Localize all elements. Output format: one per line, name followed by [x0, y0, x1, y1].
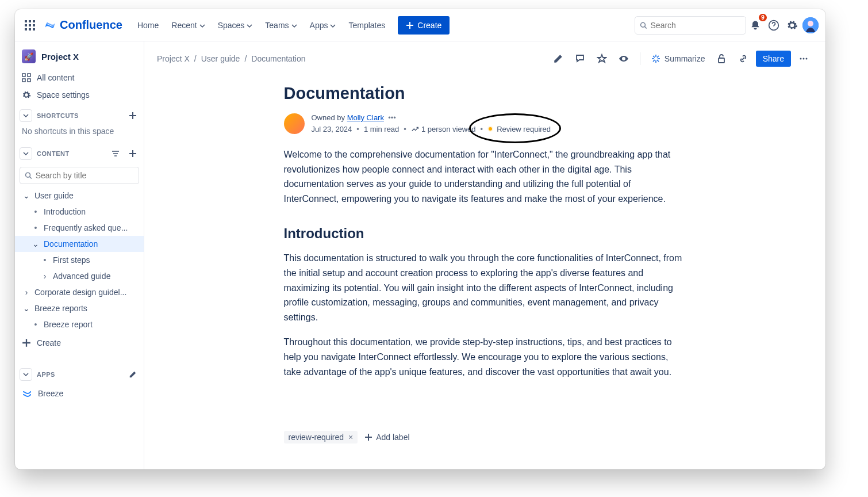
- app-switcher-icon[interactable]: [21, 16, 39, 35]
- svg-rect-15: [22, 79, 25, 82]
- document: Documentation Owned by Molly Clark ••• J…: [272, 72, 698, 444]
- byline-more[interactable]: •••: [388, 113, 396, 122]
- top-bar: Confluence Home Recent Spaces Teams Apps…: [15, 9, 825, 41]
- collapse-shortcuts[interactable]: [20, 109, 32, 122]
- link-icon: [738, 53, 748, 64]
- share-button[interactable]: Share: [756, 51, 791, 67]
- sidebar-shortcuts-header: SHORTCUTS: [15, 104, 144, 125]
- svg-rect-4: [29, 24, 31, 26]
- confluence-logo[interactable]: Confluence: [44, 18, 122, 32]
- no-shortcuts-text: No shortcuts in this space: [15, 125, 144, 142]
- paragraph: This documentation is structured to walk…: [284, 251, 686, 324]
- grid-icon: [22, 73, 31, 82]
- author-link[interactable]: Molly Clark: [347, 113, 384, 122]
- restrictions-button[interactable]: [712, 49, 731, 68]
- more-icon: [798, 53, 809, 64]
- settings-button[interactable]: [783, 16, 801, 35]
- crumb-parent[interactable]: User guide: [201, 54, 240, 63]
- search-icon: [640, 21, 647, 29]
- views-link[interactable]: 1 person viewed: [411, 124, 476, 135]
- svg-rect-6: [25, 28, 27, 30]
- chevron-down-icon: [247, 23, 252, 29]
- brand-text: Confluence: [60, 18, 122, 32]
- add-label-button[interactable]: Add label: [364, 433, 409, 442]
- star-button[interactable]: [593, 49, 611, 68]
- main-content: Project X/ User guide/ Documentation Sum…: [144, 41, 825, 469]
- sidebar-all-content[interactable]: All content: [15, 69, 144, 86]
- sidebar-search-input[interactable]: [36, 171, 134, 180]
- tree-breeze-report[interactable]: •Breeze report: [15, 316, 144, 332]
- sidebar-app-breeze[interactable]: Breeze: [15, 384, 144, 403]
- remove-label[interactable]: ×: [346, 433, 355, 442]
- crumb-space[interactable]: Project X: [157, 54, 190, 63]
- global-search-input[interactable]: [651, 21, 741, 30]
- nav-spaces[interactable]: Spaces: [212, 17, 259, 33]
- collapse-content[interactable]: [20, 147, 32, 160]
- svg-rect-18: [719, 58, 724, 63]
- edit-button[interactable]: [549, 49, 567, 68]
- filter-icon: [112, 150, 120, 158]
- svg-rect-16: [28, 79, 30, 82]
- sidebar-space-settings[interactable]: Space settings: [15, 86, 144, 104]
- tree-faq[interactable]: •Frequently asked que...: [15, 220, 144, 236]
- tree-user-guide[interactable]: ⌄User guide: [15, 188, 144, 204]
- notifications-button[interactable]: 9: [746, 16, 765, 35]
- watch-button[interactable]: [614, 49, 633, 68]
- link-button[interactable]: [734, 49, 752, 68]
- tree-introduction[interactable]: •Introduction: [15, 204, 144, 220]
- nav-recent[interactable]: Recent: [166, 17, 210, 33]
- space-header[interactable]: 🚀 Project X: [15, 41, 144, 69]
- page-status[interactable]: Review required: [487, 124, 551, 135]
- owned-by-label: Owned by: [312, 113, 347, 122]
- chevron-down-icon[interactable]: ⌄: [31, 239, 40, 248]
- sidebar-search[interactable]: [20, 167, 139, 184]
- label-tag[interactable]: review-required ×: [284, 431, 358, 444]
- apps-edit[interactable]: [126, 368, 139, 381]
- sidebar: 🚀 Project X All content Space settings S…: [15, 41, 144, 469]
- chevron-right-icon[interactable]: ›: [22, 288, 31, 297]
- page-date: Jul 23, 2024: [312, 124, 352, 135]
- tree-corporate-design[interactable]: ›Corporate design guidel...: [15, 284, 144, 300]
- crumb-current[interactable]: Documentation: [251, 54, 305, 63]
- sidebar-create[interactable]: Create: [15, 334, 144, 352]
- tree-breeze-reports[interactable]: ⌄Breeze reports: [15, 300, 144, 316]
- help-button[interactable]: [765, 16, 783, 35]
- content-add[interactable]: [126, 147, 139, 160]
- space-icon: 🚀: [22, 49, 36, 63]
- tree-advanced-guide[interactable]: ›Advanced guide: [15, 268, 144, 284]
- chevron-down-icon[interactable]: ⌄: [22, 304, 31, 313]
- plus-icon: [129, 150, 137, 158]
- svg-rect-13: [22, 74, 25, 77]
- chevron-down-icon: [330, 23, 336, 29]
- svg-point-20: [803, 58, 805, 60]
- svg-point-19: [800, 58, 802, 60]
- bell-icon: [750, 20, 761, 31]
- content-filter[interactable]: [109, 147, 122, 160]
- top-nav: Home Recent Spaces Teams Apps Templates: [132, 17, 391, 33]
- tree-first-steps[interactable]: •First steps: [15, 252, 144, 268]
- more-actions-button[interactable]: [794, 49, 813, 68]
- star-icon: [597, 53, 607, 64]
- create-button[interactable]: Create: [398, 16, 450, 35]
- paragraph: Welcome to the comprehensive documentati…: [284, 147, 686, 206]
- global-search[interactable]: [635, 16, 746, 35]
- plus-icon: [22, 338, 31, 347]
- add-shortcut[interactable]: [126, 109, 139, 122]
- nav-teams[interactable]: Teams: [259, 17, 302, 33]
- chevron-right-icon[interactable]: ›: [40, 272, 49, 281]
- nav-templates[interactable]: Templates: [343, 17, 391, 33]
- sidebar-apps-header: APPS: [15, 362, 144, 384]
- svg-rect-1: [29, 20, 31, 22]
- pencil-icon: [553, 53, 563, 64]
- nav-home[interactable]: Home: [132, 17, 164, 33]
- summarize-button[interactable]: Summarize: [647, 51, 709, 66]
- collapse-apps[interactable]: [20, 368, 32, 381]
- comment-button[interactable]: [571, 49, 589, 68]
- chevron-down-icon[interactable]: ⌄: [22, 191, 31, 200]
- search-icon: [25, 171, 32, 179]
- tree-documentation[interactable]: ⌄Documentation: [15, 236, 144, 252]
- author-avatar[interactable]: [284, 113, 305, 134]
- profile-button[interactable]: [801, 16, 820, 35]
- nav-apps[interactable]: Apps: [304, 17, 342, 33]
- svg-rect-8: [33, 28, 35, 30]
